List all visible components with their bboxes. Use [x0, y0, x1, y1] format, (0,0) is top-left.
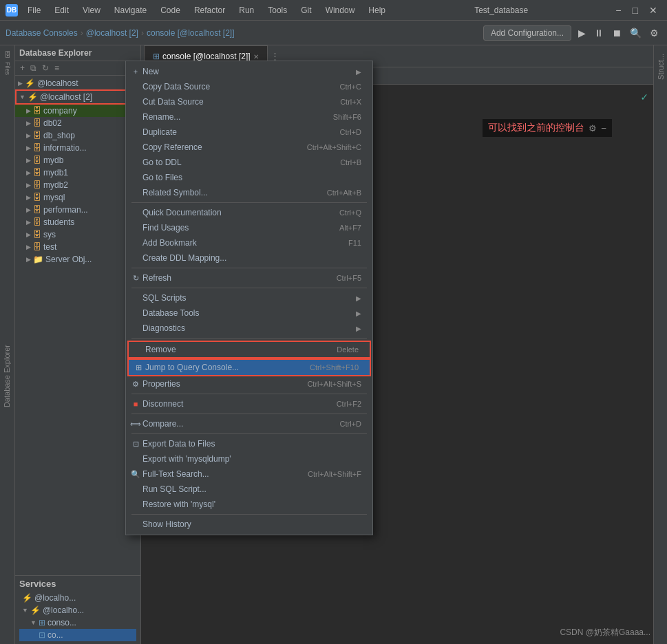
services-tree-item4[interactable]: ⊡ co... [19, 629, 136, 641]
menu-item-copy-ref[interactable]: Copy Reference Ctrl+Alt+Shift+C [126, 140, 372, 155]
tree-label: company [43, 106, 77, 116]
menu-item-related[interactable]: Related Symbol... Ctrl+Alt+B [126, 185, 372, 200]
menu-view[interactable]: View [77, 4, 106, 17]
minimize-button[interactable]: − [611, 5, 625, 16]
window-controls[interactable]: − □ ✕ [611, 5, 661, 16]
tree-item-mydb[interactable]: ▶ 🗄 mydb [15, 154, 140, 167]
menu-item-export-files[interactable]: ⊡ Export Data to Files [126, 436, 372, 451]
menu-item-fulltext-search[interactable]: 🔍 Full-Text Search... Ctrl+Alt+Shift+F [126, 466, 372, 482]
menu-item-refresh[interactable]: ↻ Refresh Ctrl+F5 [126, 270, 372, 286]
db-icon: 🗄 [33, 242, 41, 252]
menu-tools[interactable]: Tools [262, 4, 293, 17]
menu-item-diagnostics[interactable]: Diagnostics ▶ [126, 321, 372, 336]
tree-item-performance[interactable]: ▶ 🗄 performan... [15, 204, 140, 216]
project-name: Test_database [391, 6, 611, 15]
menu-item-jump-console[interactable]: ⊞ Jump to Query Console... Ctrl+Shift+F1… [127, 358, 371, 376]
tree-item-server-obj[interactable]: ▶ 📁 Server Obj... [15, 253, 140, 266]
menu-item-compare[interactable]: ⟺ Compare... Ctrl+D [126, 416, 372, 431]
menu-run[interactable]: Run [233, 4, 260, 17]
menu-item-db-tools[interactable]: Database Tools ▶ [126, 305, 372, 321]
tree-label: sys [43, 230, 56, 239]
server-icon: ⚡ [22, 593, 32, 603]
menu-item-copy-ds[interactable]: Copy Data Source Ctrl+C [126, 79, 372, 94]
menu-window[interactable]: Window [320, 4, 361, 17]
db-refresh-button[interactable]: ↻ [40, 63, 51, 74]
services-tree-item2[interactable]: ▼ ⚡ @localho... [19, 604, 136, 616]
menu-file[interactable]: File [22, 4, 46, 17]
menu-item-label: Jump to Query Console... [145, 363, 239, 372]
menu-git[interactable]: Git [295, 4, 317, 17]
menu-item-sql-scripts[interactable]: SQL Scripts ▶ [126, 290, 372, 305]
menu-item-label: Find Usages [142, 223, 189, 233]
close-button[interactable]: ✕ [645, 5, 661, 16]
tree-item-localhost2[interactable]: ▼ ⚡ @localhost [2] [15, 89, 140, 105]
menu-separator [131, 433, 367, 434]
menu-refactor[interactable]: Refactor [189, 4, 231, 17]
menu-item-remove[interactable]: Remove Delete [127, 341, 371, 358]
menu-item-export-mysqldump[interactable]: Export with 'mysqldump' [126, 451, 372, 466]
tree-item-company[interactable]: ▶ 🗄 company [15, 105, 140, 117]
tree-item-db02[interactable]: ▶ 🗄 db02 [15, 117, 140, 129]
tree-label: Server Obj... [45, 255, 92, 264]
add-configuration-button[interactable]: Add Configuration... [483, 25, 571, 41]
services-tree-item3[interactable]: ▼ ⊞ conso... [19, 616, 136, 629]
menu-item-label: Properties [142, 379, 180, 389]
breadcrumb-console[interactable]: console [@localhost [2]] [147, 28, 235, 38]
tree-item-sys[interactable]: ▶ 🗄 sys [15, 228, 140, 241]
breadcrumb-localhost[interactable]: @localhost [2] [86, 28, 138, 38]
db-copy-button[interactable]: ⧉ [28, 63, 39, 74]
menu-item-properties[interactable]: ⚙ Properties Ctrl+Alt+Shift+S [126, 376, 372, 391]
tab-more-button[interactable]: ⋮ [271, 51, 279, 61]
menu-item-disconnect[interactable]: ■ Disconnect Ctrl+F2 [126, 396, 372, 411]
menu-item-label: Go to DDL [142, 158, 182, 167]
menu-item-create-ddl[interactable]: Create DDL Mapping... [126, 250, 372, 266]
menu-item-label: Run SQL Script... [142, 484, 207, 494]
menu-navigate[interactable]: Navigate [109, 4, 152, 17]
tree-item-students[interactable]: ▶ 🗄 students [15, 216, 140, 228]
tree-item-test[interactable]: ▶ 🗄 test [15, 241, 140, 253]
menu-item-go-files[interactable]: Go to Files [126, 170, 372, 185]
stop-button[interactable]: ⏹ [609, 26, 624, 40]
annotation-settings[interactable]: ⚙ [589, 123, 597, 133]
db-add-button[interactable]: + [18, 63, 27, 74]
db-more-button[interactable]: ≡ [52, 63, 61, 74]
debug-button[interactable]: ⏸ [591, 26, 606, 40]
menu-item-go-ddl[interactable]: Go to DDL Ctrl+B [126, 155, 372, 170]
menu-item-label: Copy Reference [142, 142, 202, 152]
menu-item-add-bookmark[interactable]: Add Bookmark F11 [126, 235, 372, 250]
breadcrumb-db-consoles[interactable]: Database Consoles [6, 28, 78, 38]
title-bar: DB File Edit View Navigate Code Refactor… [0, 0, 667, 21]
menu-item-rename[interactable]: Rename... Shift+F6 [126, 109, 372, 125]
menu-item-duplicate[interactable]: Duplicate Ctrl+D [126, 125, 372, 140]
tree-item-mydb1[interactable]: ▶ 🗄 mydb1 [15, 167, 140, 179]
settings-toolbar-button[interactable]: ⚙ [647, 26, 661, 40]
menu-item-restore-mysql[interactable]: Restore with 'mysql' [126, 497, 372, 512]
menu-help[interactable]: Help [363, 4, 391, 17]
left-strip-files-icon[interactable]: Files [1, 62, 14, 74]
menu-item-run-sql[interactable]: Run SQL Script... [126, 482, 372, 497]
menu-shortcut: Ctrl+Alt+B [327, 189, 361, 197]
annotation-close[interactable]: − [601, 123, 606, 133]
menu-item-cut-ds[interactable]: Cut Data Source Ctrl+X [126, 94, 372, 109]
menu-item-find-usages[interactable]: Find Usages Alt+F7 [126, 220, 372, 235]
tree-label: @localhost [2] [40, 92, 92, 102]
maximize-button[interactable]: □ [628, 5, 642, 16]
menu-item-new[interactable]: + New ▶ [126, 64, 372, 79]
search-toolbar-button[interactable]: 🔍 [627, 26, 644, 40]
tree-item-db-shop[interactable]: ▶ 🗄 db_shop [15, 129, 140, 142]
menu-item-show-history[interactable]: Show History [126, 517, 372, 532]
tab-close-button[interactable]: ✕ [253, 53, 259, 61]
tree-item-localhost1[interactable]: ▶ ⚡ @localhost [15, 77, 140, 89]
menu-edit[interactable]: Edit [49, 4, 74, 17]
menu-item-label: Remove [145, 345, 176, 354]
run-button[interactable]: ▶ [575, 26, 589, 40]
menu-separator [131, 394, 367, 394]
services-tree-item1[interactable]: ⚡ @localho... [19, 592, 136, 604]
menu-code[interactable]: Code [155, 4, 186, 17]
tree-item-mysql[interactable]: ▶ 🗄 mysql [15, 191, 140, 204]
tree-item-information[interactable]: ▶ 🗄 informatio... [15, 142, 140, 154]
menu-bar[interactable]: File Edit View Navigate Code Refactor Ru… [22, 4, 391, 17]
tree-item-mydb2[interactable]: ▶ 🗄 mydb2 [15, 179, 140, 191]
left-strip-db-icon[interactable]: 🗄 [1, 48, 14, 61]
menu-item-quick-doc[interactable]: Quick Documentation Ctrl+Q [126, 205, 372, 220]
